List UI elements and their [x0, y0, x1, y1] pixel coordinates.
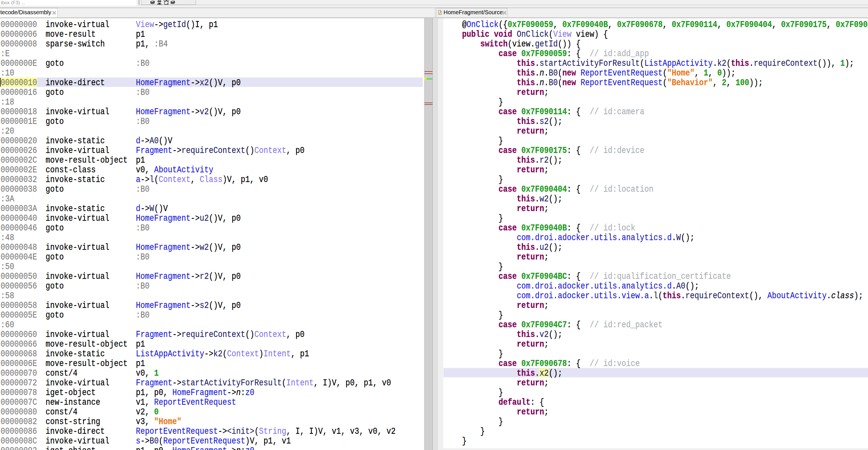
svg-text:J: J [439, 11, 441, 14]
